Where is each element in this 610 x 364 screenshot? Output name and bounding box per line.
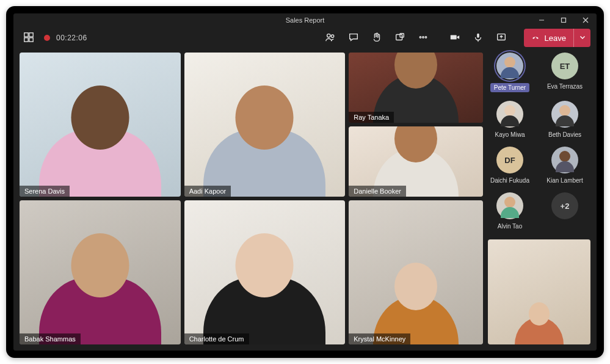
participant-name-label: Serena Davis (20, 186, 70, 197)
leave-button[interactable]: Leave (524, 29, 573, 47)
chat-button[interactable] (344, 29, 363, 47)
overflow-participants-button[interactable]: +2 (551, 192, 578, 219)
avatar-image[interactable] (551, 147, 578, 173)
window-maximize-button[interactable] (553, 13, 575, 27)
svg-rect-6 (24, 37, 28, 41)
video-tile[interactable]: Ray Tanaka (349, 53, 483, 123)
svg-point-9 (331, 35, 333, 37)
participant-name-label: Ray Tanaka (349, 112, 394, 123)
participant-name-label: Aadi Kapoor (184, 186, 231, 197)
svg-rect-4 (24, 32, 28, 36)
window-title: Sales Report (286, 16, 325, 24)
roster-item: Kayo Miwa (488, 101, 532, 138)
hang-up-icon (531, 33, 540, 43)
raise-hand-icon (371, 32, 382, 45)
roster-name-label: Alvin Tao (498, 223, 522, 230)
video-tile[interactable]: Aadi Kapoor (184, 53, 346, 197)
participant-name-label: Charlotte de Crum (184, 333, 249, 344)
video-grid: Serena Davis Aadi Kapoor (20, 53, 483, 344)
video-tile[interactable]: Serena Davis (20, 53, 181, 197)
roster-item: Beth Davies (543, 101, 587, 138)
roster-name-label: Kian Lambert (546, 177, 583, 184)
meeting-toolbar: 00:22:06 (13, 27, 597, 49)
recording-indicator-icon (44, 35, 50, 41)
roster-name-label: Eva Terrazas (547, 83, 583, 90)
people-icon (325, 32, 336, 45)
roster-item: Kian Lambert (543, 147, 587, 184)
svg-point-8 (327, 34, 330, 37)
roster-name-label: Daichi Fukuda (490, 177, 529, 184)
chat-icon (348, 32, 359, 45)
roster-item: Pete Turner (488, 53, 532, 92)
avatar-image[interactable] (551, 101, 578, 128)
svg-rect-15 (477, 33, 479, 37)
roster-name-label: Pete Turner (490, 83, 529, 92)
avatar-initials[interactable]: DF (496, 147, 523, 173)
video-tile[interactable]: Babak Shammas (20, 200, 181, 344)
avatar-image[interactable] (496, 53, 523, 79)
participant-name-label: Krystal McKinney (349, 333, 410, 344)
roster-name-label: Beth Davies (548, 131, 581, 138)
participant-name-label: Babak Shammas (20, 333, 81, 344)
svg-point-12 (419, 36, 421, 38)
roster-item: ETEva Terrazas (543, 53, 587, 92)
camera-icon (449, 32, 460, 45)
participant-roster: Pete TurnerETEva Terrazas Kayo Miwa Beth… (488, 53, 590, 344)
window-titlebar: Sales Report (13, 13, 597, 27)
roster-item: +2 (543, 192, 587, 230)
video-tile[interactable]: Charlotte de Crum (184, 200, 346, 344)
leave-options-button[interactable] (573, 29, 590, 47)
avatar-initials[interactable]: ET (551, 53, 578, 79)
roster-name-label: Kayo Miwa (495, 131, 525, 138)
svg-rect-7 (29, 37, 33, 41)
more-actions-button[interactable] (414, 29, 432, 47)
window-minimize-button[interactable] (531, 13, 553, 27)
microphone-icon (473, 32, 484, 45)
layout-button[interactable] (20, 29, 38, 47)
grid-layout-icon (23, 32, 34, 45)
svg-rect-5 (29, 32, 33, 36)
people-button[interactable] (321, 29, 339, 47)
chevron-down-icon (578, 33, 587, 43)
call-timer: 00:22:06 (56, 34, 87, 42)
self-preview-tile[interactable] (488, 239, 590, 344)
leave-label: Leave (545, 34, 566, 43)
avatar-image[interactable] (496, 101, 523, 128)
avatar-image[interactable] (496, 192, 523, 219)
video-tile[interactable]: Danielle Booker (349, 126, 483, 197)
svg-point-13 (422, 36, 424, 38)
rooms-button[interactable] (391, 29, 409, 47)
roster-item: Alvin Tao (488, 192, 532, 230)
more-ellipsis-icon (418, 32, 429, 45)
share-tray-icon (496, 32, 507, 45)
svg-rect-1 (562, 18, 566, 23)
share-screen-button[interactable] (492, 29, 510, 47)
window-close-button[interactable] (575, 13, 597, 27)
mic-toggle-button[interactable] (469, 29, 487, 47)
camera-toggle-button[interactable] (446, 29, 464, 47)
roster-item: DFDaichi Fukuda (488, 147, 532, 184)
breakout-rooms-icon (394, 32, 405, 45)
reactions-button[interactable] (368, 29, 386, 47)
svg-point-14 (425, 36, 427, 38)
participant-name-label: Danielle Booker (349, 186, 406, 197)
video-tile[interactable]: Krystal McKinney (349, 200, 483, 344)
